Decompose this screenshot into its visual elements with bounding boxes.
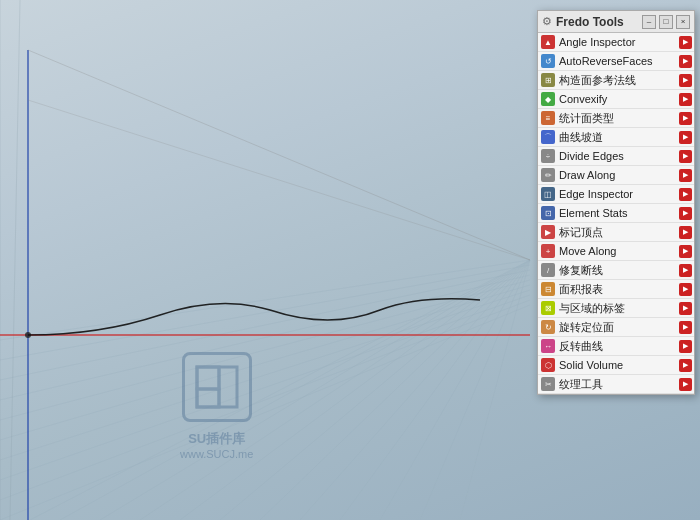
fredo-panel: ⚙ Fredo Tools – □ × ▲ Angle Inspector ▶ … [537,10,695,395]
minimize-button[interactable]: – [642,15,656,29]
tool-icon-convexify: ◆ [540,91,556,107]
tool-label-auto-reverse-faces: AutoReverseFaces [559,55,678,67]
panel-titlebar: ⚙ Fredo Tools – □ × [538,11,694,33]
tool-icon-texture-tool: ✂ [540,376,556,392]
svg-line-10 [30,260,530,520]
tool-arrow-curve-roads: ▶ [678,130,692,144]
svg-line-17 [300,260,530,520]
svg-line-18 [340,260,530,520]
tool-item-element-stats[interactable]: ⊡ Element Stats ▶ [538,204,694,223]
svg-line-21 [460,260,530,520]
tool-arrow-element-stats: ▶ [678,206,692,220]
tool-item-divide-edges[interactable]: ÷ Divide Edges ▶ [538,147,694,166]
tool-item-draw-along[interactable]: ✏ Draw Along ▶ [538,166,694,185]
tool-icon-rotate-face: ↻ [540,319,556,335]
svg-line-23 [10,0,20,520]
tool-icon-count-face-types: ≡ [540,110,556,126]
svg-line-2 [0,270,530,380]
svg-rect-30 [197,367,219,389]
tool-label-draw-along: Draw Along [559,169,678,181]
tool-arrow-count-face-types: ▶ [678,111,692,125]
tool-label-area-report: 面积报表 [559,282,678,297]
tool-icon-auto-reverse-faces: ↺ [540,53,556,69]
tool-icon-reverse-curve: ↔ [540,338,556,354]
maximize-button[interactable]: □ [659,15,673,29]
tool-label-edge-inspector: Edge Inspector [559,188,678,200]
tool-item-mark-vertices[interactable]: ▶ 标记顶点 ▶ [538,223,694,242]
tool-label-convexify: Convexify [559,93,678,105]
tool-arrow-auto-reverse-faces: ▶ [678,54,692,68]
tool-icon-edge-inspector: ◫ [540,186,556,202]
svg-line-28 [28,100,530,260]
tool-arrow-divide-edges: ▶ [678,149,692,163]
tool-icon-solid-volume: ⬡ [540,357,556,373]
svg-line-9 [0,305,530,520]
tool-item-repair-lines[interactable]: / 修复断线 ▶ [538,261,694,280]
tool-item-curve-roads[interactable]: ⌒ 曲线坡道 ▶ [538,128,694,147]
svg-line-27 [28,50,530,260]
tool-item-rotate-face[interactable]: ↻ 旋转定位面 ▶ [538,318,694,337]
tool-arrow-angle-inspector: ▶ [678,35,692,49]
svg-line-6 [0,290,530,460]
tool-label-element-stats: Element Stats [559,207,678,219]
tool-item-edge-inspector[interactable]: ◫ Edge Inspector ▶ [538,185,694,204]
tool-list: ▲ Angle Inspector ▶ ↺ AutoReverseFaces ▶… [538,33,694,394]
tool-label-curve-roads: 曲线坡道 [559,130,678,145]
svg-line-11 [60,260,530,520]
tool-item-auto-reverse-faces[interactable]: ↺ AutoReverseFaces ▶ [538,52,694,71]
tool-arrow-area-report: ▶ [678,282,692,296]
watermark-logo [182,352,252,422]
tool-icon-move-along: + [540,243,556,259]
watermark-text2: www.SUCJ.me [180,448,253,460]
tool-item-area-report[interactable]: ⊟ 面积报表 ▶ [538,280,694,299]
tool-item-solid-volume[interactable]: ⬡ Solid Volume ▶ [538,356,694,375]
tool-icon-curve-roads: ⌒ [540,129,556,145]
close-button[interactable]: × [676,15,690,29]
tool-icon-construct-reference: ⊞ [540,72,556,88]
tool-label-count-face-types: 统计面类型 [559,111,678,126]
svg-line-1 [0,265,530,360]
tool-label-rotate-face: 旋转定位面 [559,320,678,335]
svg-line-3 [0,275,530,400]
tool-arrow-solid-volume: ▶ [678,358,692,372]
tool-label-solid-volume: Solid Volume [559,359,678,371]
tool-item-area-label[interactable]: ⊠ 与区域的标签 ▶ [538,299,694,318]
tool-arrow-construct-reference: ▶ [678,73,692,87]
tool-item-construct-reference[interactable]: ⊞ 构造面参考法线 ▶ [538,71,694,90]
svg-line-12 [100,260,530,520]
tool-item-move-along[interactable]: + Move Along ▶ [538,242,694,261]
tool-icon-area-label: ⊠ [540,300,556,316]
tool-arrow-repair-lines: ▶ [678,263,692,277]
svg-line-20 [420,260,530,520]
svg-line-0 [0,260,530,340]
svg-line-16 [260,260,530,520]
tool-item-angle-inspector[interactable]: ▲ Angle Inspector ▶ [538,33,694,52]
tool-item-texture-tool[interactable]: ✂ 纹理工具 ▶ [538,375,694,394]
tool-icon-repair-lines: / [540,262,556,278]
svg-line-5 [0,285,530,440]
tool-icon-mark-vertices: ▶ [540,224,556,240]
tool-label-repair-lines: 修复断线 [559,263,678,278]
svg-rect-31 [197,389,219,407]
svg-line-19 [380,260,530,520]
tool-icon-element-stats: ⊡ [540,205,556,221]
tool-arrow-rotate-face: ▶ [678,320,692,334]
svg-line-4 [0,280,530,420]
panel-title: Fredo Tools [556,15,624,29]
fredo-icon: ⚙ [542,15,552,28]
tool-item-convexify[interactable]: ◆ Convexify ▶ [538,90,694,109]
watermark-text1: SU插件库 [180,430,253,448]
tool-arrow-area-label: ▶ [678,301,692,315]
watermark: SU插件库 www.SUCJ.me [180,352,253,460]
tool-label-divide-edges: Divide Edges [559,150,678,162]
svg-rect-29 [197,367,237,407]
tool-icon-area-report: ⊟ [540,281,556,297]
svg-line-8 [0,300,530,500]
tool-arrow-move-along: ▶ [678,244,692,258]
tool-item-count-face-types[interactable]: ≡ 统计面类型 ▶ [538,109,694,128]
tool-arrow-edge-inspector: ▶ [678,187,692,201]
tool-item-reverse-curve[interactable]: ↔ 反转曲线 ▶ [538,337,694,356]
tool-label-mark-vertices: 标记顶点 [559,225,678,240]
tool-arrow-convexify: ▶ [678,92,692,106]
tool-arrow-texture-tool: ▶ [678,377,692,391]
